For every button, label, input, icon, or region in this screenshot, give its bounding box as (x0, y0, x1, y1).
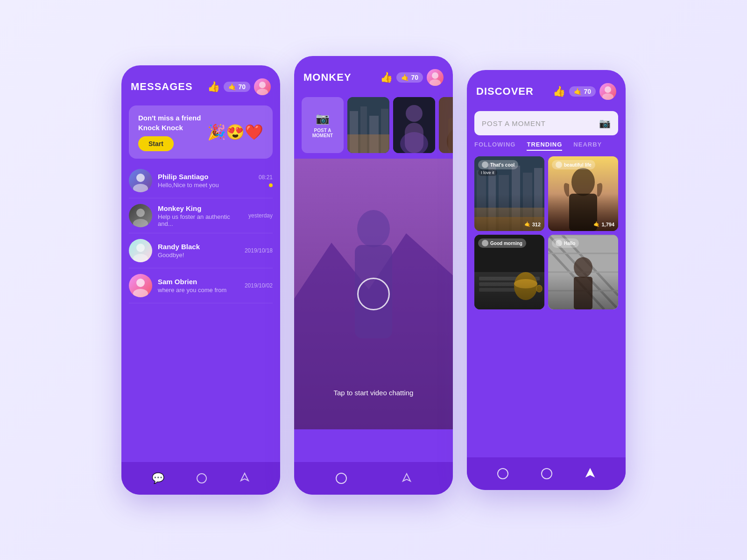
story-image[interactable] (347, 97, 389, 153)
svg-marker-31 (403, 474, 410, 481)
discover-header: DISCOVER 👍 🤙 70 (467, 70, 626, 105)
tab-nearby[interactable]: NEARBY (573, 141, 602, 151)
svg-rect-26 (448, 118, 453, 153)
svg-point-33 (602, 93, 613, 100)
home-nav-icon[interactable] (197, 473, 207, 483)
svg-rect-22 (405, 123, 423, 153)
svg-point-11 (432, 72, 438, 79)
thumbs-icon: 👍 (207, 81, 220, 93)
story-image[interactable] (393, 97, 435, 153)
svg-point-20 (406, 105, 423, 122)
messages-title: MESSAGES (131, 81, 203, 93)
list-item[interactable]: Randy Black Goodbye! 2019/10/18 (129, 233, 273, 268)
svg-point-8 (136, 279, 145, 287)
monkey-screen: MONKEY 👍 🤙 70 📷 POST AMOMENT (294, 56, 453, 495)
message-list: Philip Santiago Hello,Nice to meet you 0… (121, 163, 280, 303)
svg-point-0 (259, 82, 266, 88)
tab-trending[interactable]: TRENDING (527, 141, 562, 151)
messages-header: MESSAGES 👍 🤙 70 (121, 65, 280, 101)
list-item[interactable]: Philip Santiago Hello,Nice to meet you 0… (129, 163, 273, 198)
grid-secondary-tag: I love it (478, 169, 497, 176)
svg-marker-10 (241, 473, 248, 481)
message-preview: where are you come from (158, 287, 239, 294)
sender-name: Monkey King (158, 204, 243, 212)
promo-card: Don't miss a friend Knock Knock Start 🎉😍… (129, 105, 273, 159)
hand-count-icon: 🤙 (524, 221, 531, 227)
tag-avatar (556, 240, 562, 246)
monkey-header: MONKEY 👍 🤙 70 (294, 56, 453, 91)
send-nav-icon[interactable] (585, 468, 595, 480)
monkey-header-icons: 👍 🤙 70 (380, 69, 444, 86)
story-image[interactable] (439, 97, 453, 153)
messages-badge: 🤙 70 (224, 82, 250, 92)
svg-point-3 (133, 184, 148, 192)
post-moment-text: POST A MOMENT (482, 119, 546, 127)
user-avatar-header[interactable] (599, 83, 616, 100)
send-nav-icon[interactable] (402, 472, 412, 484)
message-time: 2019/10/02 (245, 282, 273, 289)
svg-point-9 (133, 289, 148, 297)
grid-item[interactable]: That's cool I love it 🤙 312 (474, 156, 544, 231)
avatar (129, 169, 152, 192)
tag-avatar (556, 161, 562, 168)
grid-count: 🤙 312 (524, 221, 541, 227)
tag-avatar (482, 161, 488, 168)
unread-indicator (269, 183, 273, 187)
post-moment-label: POST AMOMENT (312, 128, 333, 138)
message-time: yesterday (248, 212, 273, 219)
chat-nav-icon[interactable] (336, 473, 347, 484)
svg-point-12 (430, 79, 441, 86)
hand-icon: 🤙 (574, 88, 582, 95)
svg-point-32 (605, 86, 611, 93)
sender-name: Sam Obrien (158, 278, 239, 286)
tag-avatar (482, 240, 488, 246)
tap-text: Tap to start video chatting (294, 389, 453, 397)
post-moment-story[interactable]: 📷 POST AMOMENT (302, 97, 344, 153)
monkey-title: MONKEY (303, 71, 375, 84)
message-time: 2019/10/18 (245, 247, 273, 254)
post-moment-bar[interactable]: POST A MOMENT 📷 (474, 111, 618, 135)
grid-item[interactable]: Good morning (474, 235, 544, 309)
grid-tag: That's cool (478, 160, 518, 169)
hand-icon: 🤙 (401, 74, 409, 81)
grid-tag: Good morning (478, 238, 526, 248)
svg-point-2 (136, 174, 145, 182)
list-item[interactable]: Monkey King Help us foster an authentic … (129, 198, 273, 233)
avatar (129, 274, 152, 297)
start-button[interactable]: Start (138, 136, 174, 151)
chat-nav-icon[interactable] (497, 468, 508, 479)
home-nav-icon[interactable] (541, 468, 552, 479)
message-preview: Help us foster an authentic and... (158, 213, 243, 227)
message-preview: Goodbye! (158, 252, 239, 259)
svg-point-4 (136, 209, 145, 217)
discover-header-icons: 👍 🤙 70 (553, 83, 616, 100)
grid-tag: Hallo (552, 238, 579, 248)
tab-following[interactable]: FOLLOWING (474, 141, 515, 151)
video-start-circle[interactable] (357, 278, 390, 310)
thumbs-icon: 👍 (380, 71, 393, 84)
user-avatar-header[interactable] (427, 69, 444, 86)
svg-point-7 (133, 254, 148, 262)
camera-icon: 📷 (599, 118, 611, 129)
svg-rect-18 (347, 134, 389, 153)
thumbs-icon: 👍 (553, 85, 565, 98)
svg-point-29 (357, 210, 390, 247)
user-avatar-header[interactable] (254, 78, 271, 95)
avatar (129, 204, 152, 227)
svg-point-6 (136, 244, 145, 252)
send-nav-icon[interactable] (240, 472, 250, 485)
list-item[interactable]: Sam Obrien where are you come from 2019/… (129, 268, 273, 303)
camera-icon: 📷 (316, 112, 330, 125)
avatar (129, 239, 152, 262)
video-chat-area[interactable]: Tap to start video chatting (294, 159, 453, 429)
chat-nav-icon[interactable]: 💬 (152, 472, 164, 484)
svg-point-5 (133, 219, 148, 227)
discover-grid: That's cool I love it 🤙 312 (467, 156, 626, 309)
promo-emoji: 🎉😍❤️ (207, 123, 263, 141)
bottom-nav: 💬 (121, 462, 280, 495)
grid-item[interactable]: beautiful life 🤙 1,794 (548, 156, 618, 231)
svg-point-1 (257, 89, 268, 95)
message-content: Sam Obrien where are you come from (158, 278, 239, 294)
discover-tabs: FOLLOWING TRENDING NEARBY (467, 141, 626, 151)
grid-item[interactable]: Hallo (548, 235, 618, 309)
